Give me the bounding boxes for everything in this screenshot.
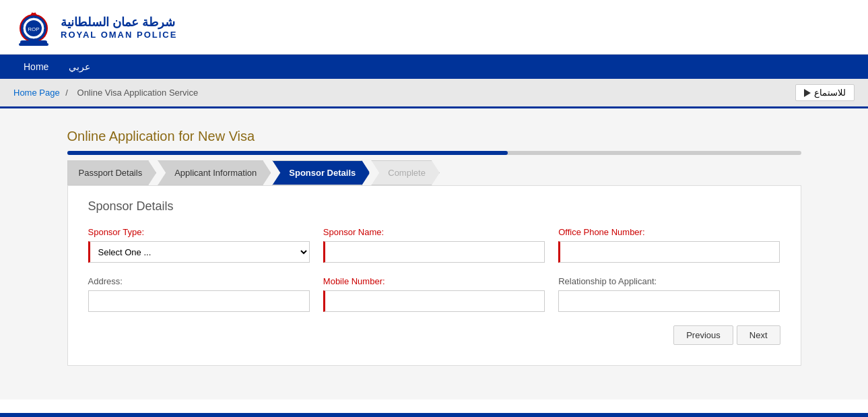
logo-arabic-text: شرطة عمان السلطانية [61, 15, 175, 30]
logo-english-text: ROYAL OMAN POLICE [61, 30, 177, 40]
sponsor-name-input[interactable] [323, 241, 545, 263]
form-row-1: Sponsor Type: Select One ... Individual … [88, 227, 780, 263]
address-label: Address: [88, 276, 310, 286]
step-applicant[interactable]: Applicant Information [158, 160, 271, 185]
nav-home[interactable]: Home [13, 55, 59, 79]
step-passport[interactable]: Passport Details [67, 160, 157, 185]
relationship-input[interactable] [558, 290, 780, 312]
logo-text: شرطة عمان السلطانية ROYAL OMAN POLICE [61, 15, 177, 40]
listen-label: للاستماع [814, 88, 846, 98]
step-sponsor-label: Sponsor Details [289, 168, 356, 178]
section-title: Sponsor Details [88, 199, 780, 214]
page-title: Online Application for New Visa [47, 115, 822, 151]
footer-pattern: ❋ ❋ ❋ ❋ ❋ ❋ ❋ ❋ ❋ ❋ ❋ ❋ ❋ ❋ ❋ ❋ ❋ ❋ ❋ ❋ … [0, 413, 868, 417]
logo-emblem: ROP [13, 7, 54, 47]
step-complete-label: Complete [388, 168, 426, 178]
navbar: Home عربي [0, 55, 868, 79]
progress-track [67, 151, 801, 155]
steps-tabs: Passport Details Applicant Information S… [67, 160, 801, 185]
buttons-row: Previous Next [88, 325, 780, 345]
step-passport-label: Passport Details [79, 168, 143, 178]
step-complete: Complete [371, 160, 440, 185]
breadcrumb-bar: Home Page / Online Visa Application Serv… [0, 79, 868, 108]
sponsor-type-group: Sponsor Type: Select One ... Individual … [88, 227, 310, 263]
sponsor-name-label: Sponsor Name: [323, 227, 545, 237]
form-section: Sponsor Details Sponsor Type: Select One… [67, 185, 801, 366]
breadcrumb-separator: / [65, 88, 68, 98]
svg-text:ROP: ROP [28, 26, 39, 32]
address-group: Address: [88, 276, 310, 312]
sponsor-type-select[interactable]: Select One ... Individual Company Govern… [88, 241, 310, 263]
progress-container [47, 151, 822, 155]
site-header: ROP شرطة عمان السلطانية ROYAL OMAN POLIC… [0, 0, 868, 55]
mobile-number-group: Mobile Number: [323, 276, 545, 312]
svg-point-5 [32, 13, 35, 15]
progress-fill [67, 151, 508, 155]
breadcrumb-home[interactable]: Home Page [13, 88, 60, 98]
play-icon [804, 89, 811, 97]
logo-area: ROP شرطة عمان السلطانية ROYAL OMAN POLIC… [13, 7, 177, 47]
next-button[interactable]: Next [737, 325, 780, 345]
mobile-number-input[interactable] [323, 290, 545, 312]
footer-band: ❋ ❋ ❋ ❋ ❋ ❋ ❋ ❋ ❋ ❋ ❋ ❋ ❋ ❋ ❋ ❋ ❋ ❋ ❋ ❋ … [0, 413, 868, 417]
svg-rect-7 [19, 43, 48, 46]
step-sponsor[interactable]: Sponsor Details [272, 160, 370, 185]
form-row-2: Address: Mobile Number: Relationship to … [88, 276, 780, 312]
address-input[interactable] [88, 290, 310, 312]
relationship-label: Relationship to Applicant: [558, 276, 780, 286]
previous-button[interactable]: Previous [673, 325, 733, 345]
sponsor-type-label: Sponsor Type: [88, 227, 310, 237]
sponsor-name-group: Sponsor Name: [323, 227, 545, 263]
breadcrumb-current: Online Visa Application Service [77, 88, 199, 98]
nav-arabic[interactable]: عربي [59, 55, 100, 79]
office-phone-input[interactable] [558, 241, 780, 263]
step-applicant-label: Applicant Information [174, 168, 257, 178]
listen-button[interactable]: للاستماع [795, 84, 855, 101]
office-phone-label: Office Phone Number: [558, 227, 780, 237]
mobile-number-label: Mobile Number: [323, 276, 545, 286]
breadcrumb: Home Page / Online Visa Application Serv… [13, 88, 201, 98]
office-phone-group: Office Phone Number: [558, 227, 780, 263]
relationship-group: Relationship to Applicant: [558, 276, 780, 312]
